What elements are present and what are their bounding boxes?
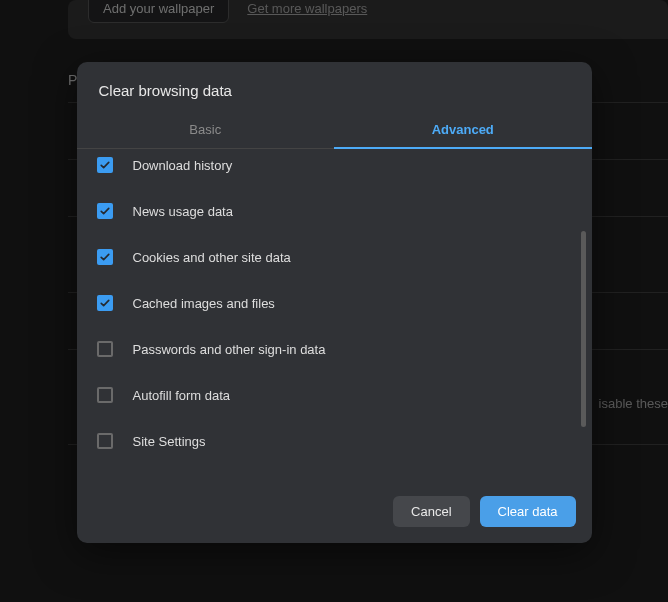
dialog-title: Clear browsing data (77, 62, 592, 113)
option-news_usage[interactable]: News usage data (77, 188, 592, 234)
checkbox-autofill[interactable] (97, 387, 113, 403)
option-site_settings[interactable]: Site Settings (77, 418, 592, 464)
checkmark-icon (99, 297, 111, 309)
option-passwords[interactable]: Passwords and other sign-in data (77, 326, 592, 372)
checkbox-news_usage[interactable] (97, 203, 113, 219)
option-label: Download history (133, 158, 233, 173)
checkmark-icon (99, 205, 111, 217)
clear-data-button[interactable]: Clear data (480, 496, 576, 527)
option-label: Cached images and files (133, 296, 275, 311)
option-label: Site Settings (133, 434, 206, 449)
checkbox-cached[interactable] (97, 295, 113, 311)
checkbox-cookies[interactable] (97, 249, 113, 265)
dialog-footer: Cancel Clear data (77, 482, 592, 543)
checkbox-passwords[interactable] (97, 341, 113, 357)
option-autofill[interactable]: Autofill form data (77, 372, 592, 418)
option-download_history[interactable]: Download history (77, 149, 592, 188)
tab-basic[interactable]: Basic (77, 113, 335, 148)
option-cookies[interactable]: Cookies and other site data (77, 234, 592, 280)
checkmark-icon (99, 251, 111, 263)
checkmark-icon (99, 159, 111, 171)
option-label: Cookies and other site data (133, 250, 291, 265)
option-cached[interactable]: Cached images and files (77, 280, 592, 326)
option-label: News usage data (133, 204, 233, 219)
option-label: Passwords and other sign-in data (133, 342, 326, 357)
dialog-tabs: Basic Advanced (77, 113, 592, 149)
options-list: Download historyNews usage dataCookies a… (77, 149, 592, 482)
checkbox-download_history[interactable] (97, 157, 113, 173)
option-label: Autofill form data (133, 388, 231, 403)
tab-advanced[interactable]: Advanced (334, 113, 592, 148)
cancel-button[interactable]: Cancel (393, 496, 469, 527)
modal-overlay: Clear browsing data Basic Advanced Downl… (0, 0, 668, 602)
checkbox-site_settings[interactable] (97, 433, 113, 449)
scrollbar-thumb[interactable] (581, 231, 586, 427)
clear-browsing-data-dialog: Clear browsing data Basic Advanced Downl… (77, 62, 592, 543)
